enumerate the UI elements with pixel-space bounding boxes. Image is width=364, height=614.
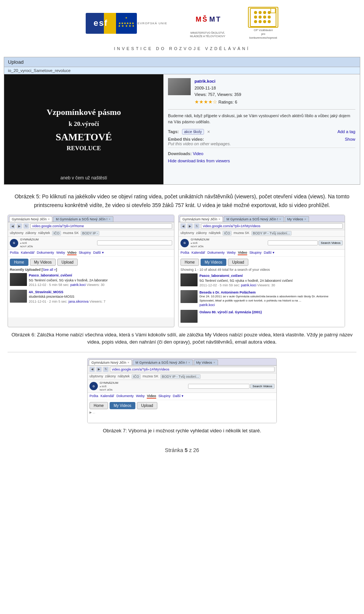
back-btn-2[interactable]: ◀ [180, 223, 186, 229]
nav-weby-3[interactable]: Weby [136, 394, 145, 399]
bm-body-1[interactable]: BODY IP - [81, 231, 100, 236]
header-logos: esf ★★★★★★ ★ ★ ★ ★ ★ EVROPSKÁ UNIE M [0, 0, 364, 42]
nav-dalsi-2[interactable]: Další ▾ [264, 251, 275, 255]
nav-video-2[interactable]: Video [238, 251, 247, 255]
reload-btn-1[interactable]: ↻ [24, 223, 29, 229]
browser-tab-2b[interactable]: M Gymnázium a SOŠ Nový Jičín !× [224, 216, 284, 222]
nav-weby-1[interactable]: Weby [56, 251, 65, 255]
embed-show-link[interactable]: Show [345, 137, 355, 141]
footer-page: Stránka 5 z 26 [0, 440, 364, 457]
reload-btn-3[interactable]: ↻ [103, 367, 108, 372]
my-videos-tab-3[interactable]: My Videos [110, 402, 136, 409]
bm-muzea-3[interactable]: muzea SK [143, 374, 158, 379]
nav-skupiny-1[interactable]: Skupiny [79, 251, 91, 255]
tag-remove-icon[interactable]: ✕ [207, 130, 210, 134]
bm-ubytovny-3[interactable]: ubytovny [89, 374, 103, 379]
nav-posta-1[interactable]: Pošta [10, 251, 19, 255]
nav-skupiny-2[interactable]: Skupiny [249, 251, 262, 255]
tag-1[interactable]: akce školy [182, 129, 204, 135]
nav-dokumenty-1[interactable]: Dokumenty [37, 251, 54, 255]
svg-point-13 [254, 16, 257, 19]
nav-dokumenty-3[interactable]: Dokumenty [116, 394, 134, 399]
footer-page-num: 5 [185, 447, 188, 453]
nav-dalsi-3[interactable]: Další ▾ [173, 394, 184, 399]
back-btn-3[interactable]: ◀ [89, 367, 95, 372]
bm-nabytek-2[interactable]: nábytek [209, 231, 221, 236]
nav-posta-3[interactable]: Pošta [89, 394, 98, 399]
video-overlay: Vzpomínkové pásmo k 20.výročí SAMETOVÉ R… [43, 104, 125, 155]
bm-ubytovny-1[interactable]: ubytovny [10, 231, 24, 236]
browser-tab-3a[interactable]: Gymnázium Nový Jičín× [89, 360, 132, 365]
search-videos-btn-3[interactable]: Search Videos [250, 384, 275, 389]
nav-posta-2[interactable]: Pošta [180, 251, 189, 255]
vli-title-1[interactable]: Pasco_laboratorni_cvičení [29, 273, 108, 278]
search-field-2[interactable] [268, 240, 318, 245]
nav-dokumenty-2[interactable]: Dokumenty [207, 251, 225, 255]
bm-body-2[interactable]: BODY IP - Tvůj osobní... [251, 231, 292, 236]
bm-body-3[interactable]: BODY IP - Tvůj osobní... [160, 374, 201, 379]
nav-skupiny-3[interactable]: Skupiny [158, 394, 171, 399]
bm-nabytek-1[interactable]: nábytek [38, 231, 50, 236]
download-video-link[interactable]: Video [193, 151, 203, 156]
my-videos-tab-1[interactable]: My Videos [30, 259, 56, 266]
search-videos-btn-2[interactable]: Search Videos [318, 240, 343, 245]
browser-tab-3c[interactable]: My Videos× [194, 360, 218, 365]
home-tab-1[interactable]: Home [10, 259, 28, 266]
home-tab-3[interactable]: Home [89, 402, 108, 409]
search-field-3[interactable] [188, 384, 249, 389]
home-nav-tabs-3: Home My Videos Upload [89, 402, 275, 409]
add-tag-link[interactable]: Add a tag [337, 129, 355, 134]
my-videos-tab-2[interactable]: My Videos [201, 259, 227, 266]
bm-zakony-3[interactable]: zákony [105, 374, 116, 379]
nav-video-3[interactable]: Video [147, 394, 156, 399]
upload-tab-2[interactable]: Upload [228, 259, 248, 266]
nav-video-1[interactable]: Video [67, 251, 76, 255]
search-field-1[interactable] [97, 240, 172, 245]
upload-tab-1[interactable]: Upload [57, 259, 78, 266]
bm-ico-2[interactable]: IČO [223, 231, 232, 236]
hide-downloads-link[interactable]: Hide download links from viewers [168, 157, 355, 165]
nav-kalendar-1[interactable]: Kalendář [21, 251, 35, 255]
vli-title-5[interactable]: Oslavu 80. výročí zal. Gymnázia (2001) [199, 310, 262, 315]
video-author[interactable]: patrik.koci [195, 78, 241, 85]
nav-weby-2[interactable]: Weby [227, 251, 236, 255]
bm-muzea-1[interactable]: muzea SK [63, 231, 79, 236]
bm-ico-3[interactable]: IČO [132, 374, 141, 379]
bm-zakony-1[interactable]: zákony [25, 231, 36, 236]
forward-btn-3[interactable]: ▶ [96, 367, 102, 372]
browser-tab-2[interactable]: M Gymnázium a SOŠ Nový Jičín !× [53, 216, 113, 222]
browser-tab-1[interactable]: Gymnázium Nový Jičín× [9, 216, 52, 222]
nav-kalendar-2[interactable]: Kalendář [191, 251, 205, 255]
browser-tab-2c[interactable]: My Videos× [285, 216, 309, 222]
vli-title-2[interactable]: 4A_Stravinski_MOSS [29, 290, 105, 295]
op-text: OP Vzděláváníprokonkurenceschopnost [249, 28, 277, 39]
video-player[interactable]: Vzpomínkové pásmo k 20.výročí SAMETOVÉ R… [4, 74, 163, 184]
upload-tab-3[interactable]: Upload [137, 402, 157, 409]
browser-mock-1: Gymnázium Nový Jičín× M Gymnázium a SOŠ … [8, 215, 174, 327]
bm-nabytek-3[interactable]: nábytek [118, 374, 130, 379]
upload-label[interactable]: Upload [8, 59, 24, 65]
bm-ubytovny-2[interactable]: ubytovny [180, 231, 194, 236]
address-input-2[interactable]: video.google.com/a/?pli=1#/MyVideos [201, 223, 343, 229]
browser-tab-2a[interactable]: Gymnázium Nový Jičín× [180, 216, 223, 222]
browser-tab-3b[interactable]: M Gymnázium a SOŠ Nový Jičín !× [133, 360, 193, 365]
back-btn-1[interactable]: ◀ [10, 223, 15, 229]
home-tab-2[interactable]: Home [180, 259, 199, 266]
nav-kalendar-3[interactable]: Kalendář [100, 394, 114, 399]
vli-title-3[interactable]: Pasco_laboratorni_cvičení [199, 273, 293, 278]
bm-muzea-2[interactable]: muzea SK [234, 231, 249, 236]
see-all-link-1[interactable]: See all » [43, 268, 56, 272]
address-input-3[interactable]: video.google.com/a/?pli=1#/MyVideos [110, 367, 275, 372]
bm-zakony-2[interactable]: zákony [196, 231, 207, 236]
vli-info-4: Beseda s Dr. Antoninem Poláchem Dne 24. … [199, 290, 343, 308]
video-description: Budeme rádi, když přijpete v diskusi, ja… [168, 109, 355, 125]
video-ratings: ★★★★☆ Ratings: 6 [195, 98, 241, 106]
address-input-1[interactable]: video.google.com/a/?pli=1#/Home [30, 223, 172, 229]
forward-btn-2[interactable]: ▶ [187, 223, 193, 229]
forward-btn-1[interactable]: ▶ [17, 223, 22, 229]
nav-dalsi-1[interactable]: Další ▾ [93, 251, 104, 255]
bm-ico-1[interactable]: IČO [52, 231, 61, 236]
vli-title-4[interactable]: Beseda s Dr. Antoninem Poláchem [199, 290, 343, 295]
reload-btn-2[interactable]: ↻ [194, 223, 199, 229]
browser-addressbar-2: ◀ ▶ ↻ video.google.com/a/?pli=1#/MyVideo… [179, 222, 345, 230]
